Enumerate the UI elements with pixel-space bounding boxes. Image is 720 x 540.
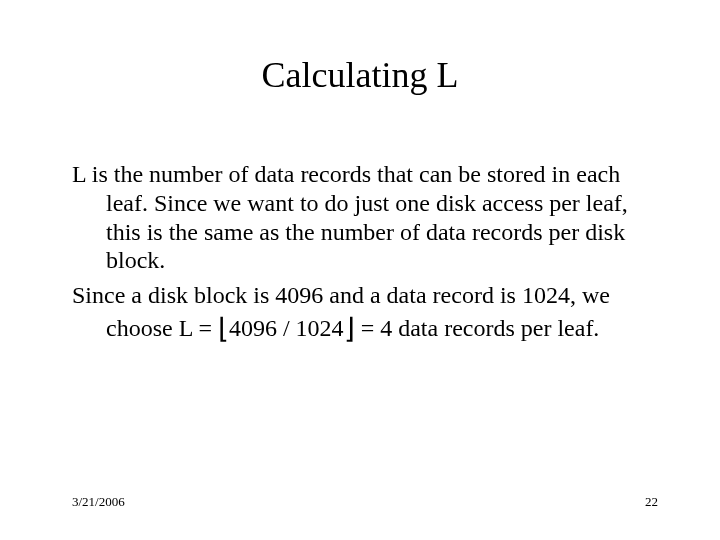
slide-title: Calculating L xyxy=(0,54,720,96)
p2-expression: 4096 / 1024 xyxy=(229,315,344,341)
floor-right-icon: ⌋ xyxy=(344,313,355,344)
slide: Calculating L L is the number of data re… xyxy=(0,0,720,540)
paragraph-1: L is the number of data records that can… xyxy=(72,160,658,275)
paragraph-2: Since a disk block is 4096 and a data re… xyxy=(72,281,658,343)
p2-after: = 4 data records per leaf. xyxy=(355,315,600,341)
footer-page-number: 22 xyxy=(645,494,658,510)
floor-left-icon: ⌊ xyxy=(218,313,229,344)
slide-body: L is the number of data records that can… xyxy=(72,160,658,350)
footer-date: 3/21/2006 xyxy=(72,494,125,510)
